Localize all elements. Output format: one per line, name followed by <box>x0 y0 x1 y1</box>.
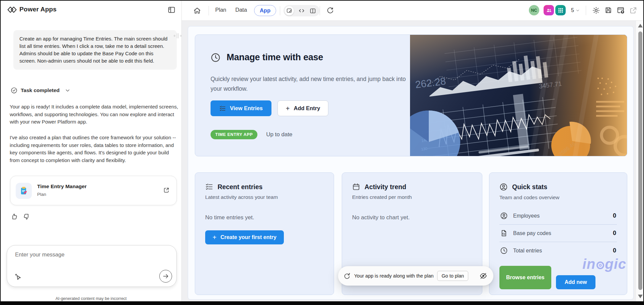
app-type-badge: TIME ENTRY APP <box>211 130 257 139</box>
ai-disclaimer: AI-generated content may be incorrect <box>1 296 181 301</box>
message-input-placeholder: Enter your message <box>15 251 65 258</box>
person-icon <box>500 212 508 220</box>
go-to-plan-button[interactable]: Go to plan <box>437 271 468 281</box>
split-view-icon[interactable] <box>309 7 316 14</box>
hero-section: 262.28 3457.71 170160150140130120110 <box>195 34 627 156</box>
user-avatar[interactable]: NC <box>529 5 539 15</box>
thumbs-up-icon[interactable] <box>11 213 18 220</box>
add-entry-label: Add Entry <box>294 105 320 111</box>
inogic-watermark: ingic <box>582 256 626 272</box>
code-mode-icon[interactable] <box>298 7 305 14</box>
user-prompt-message: Create an app for managing Time Entries.… <box>13 30 177 70</box>
clock-icon <box>211 53 221 63</box>
plan-artifact-card[interactable]: Time Entry Manager Plan <box>10 176 177 205</box>
card-title: Quick stats <box>512 183 547 191</box>
app-title: Power Apps <box>19 6 57 13</box>
task-status-row[interactable]: Task completed <box>11 87 70 94</box>
app-canvas: 262.28 3457.71 170160150140130120110 <box>182 21 636 301</box>
home-icon[interactable] <box>193 7 201 15</box>
scrollbar-down-button[interactable] <box>638 295 643 298</box>
toolbar-divider <box>586 6 586 15</box>
tab-app[interactable]: App <box>254 5 276 16</box>
app-frame: 262.28 3457.71 170160150140130120110 <box>188 26 634 300</box>
stat-value: 0 <box>613 212 616 219</box>
coauthors-avatar-icon[interactable] <box>544 5 554 15</box>
view-entries-label: View Entries <box>230 105 263 111</box>
create-first-entry-button[interactable]: + Create your first entry <box>205 230 284 244</box>
publish-icon[interactable] <box>617 6 625 14</box>
card-subtitle: Entries created per month <box>352 194 472 200</box>
add-entry-button[interactable]: + Add Entry <box>277 100 329 116</box>
toast-message: Your app is ready along with the plan <box>354 273 433 279</box>
chevron-down-icon <box>65 88 70 93</box>
card-subtitle: Team and codes overview <box>499 195 617 201</box>
app-preview-panel: Plan Data App NC <box>181 1 644 301</box>
sidebar-collapse-icon[interactable] <box>167 6 176 14</box>
versions-count: 5 <box>571 7 574 13</box>
hero-description: Quickly review your latest activity, add… <box>211 74 408 94</box>
view-entries-button[interactable]: View Entries <box>211 100 271 116</box>
apps-avatar-icon[interactable] <box>555 5 566 15</box>
watermark-ring <box>596 261 604 269</box>
vertical-scrollbar[interactable] <box>636 21 644 301</box>
checklist-icon <box>205 183 213 191</box>
watermark-text: in <box>582 256 595 272</box>
panel-resize-handle[interactable] <box>173 33 182 39</box>
stat-value: 0 <box>613 230 616 237</box>
settings-gear-icon[interactable] <box>592 6 600 14</box>
app-window: Power Apps Create an app for managing Ti… <box>0 0 644 305</box>
card-subtitle: Latest activity across your team <box>205 194 324 200</box>
scrollbar-up-button[interactable] <box>638 24 643 27</box>
stat-label: Total entries <box>513 248 542 254</box>
design-mode-icon[interactable] <box>285 6 294 15</box>
toolbar-divider <box>320 6 320 15</box>
stat-row-base-pay-codes: Base pay codes 0 <box>499 225 617 242</box>
dashboard-photo: 262.28 3457.71 170160150140130120110 <box>410 35 627 156</box>
task-status-label: Task completed <box>21 87 60 93</box>
person-circle-icon <box>499 183 508 191</box>
message-input[interactable]: Enter your message <box>7 245 177 287</box>
scrollbar-thumb[interactable] <box>638 31 642 290</box>
plus-icon: + <box>213 235 217 240</box>
stats-list: Employees 0 Base pay codes 0 <box>499 207 617 259</box>
toolbar-divider <box>209 6 209 15</box>
document-code-icon <box>500 229 508 237</box>
tab-data[interactable]: Data <box>235 7 247 13</box>
browse-entries-button[interactable]: Browse entries <box>499 266 551 289</box>
open-external-icon[interactable] <box>163 187 170 194</box>
create-first-entry-label: Create your first entry <box>221 234 276 240</box>
watermark-text: gic <box>605 256 626 272</box>
power-apps-logo-icon <box>7 6 17 14</box>
card-title: Recent entries <box>218 183 262 191</box>
add-new-button[interactable]: Add new <box>556 275 596 289</box>
refresh-sparkle-icon <box>343 273 350 280</box>
stat-label: Base pay codes <box>513 230 551 236</box>
plan-card-title: Time Entry Manager <box>37 183 87 189</box>
plus-icon: + <box>286 106 290 111</box>
assistant-response-paragraph: Your app is ready! It includes a complet… <box>10 103 178 126</box>
plan-clipboard-icon <box>16 183 32 199</box>
versions-dropdown[interactable]: 5 <box>571 7 580 13</box>
thumbs-down-icon[interactable] <box>23 213 30 220</box>
send-button[interactable] <box>159 270 172 283</box>
mode-switcher <box>284 5 320 16</box>
copilot-sidebar: Power Apps Create an app for managing Ti… <box>1 1 181 301</box>
up-to-date-status: Up to date <box>266 131 292 138</box>
hide-toast-icon[interactable] <box>479 272 487 280</box>
card-title: Activity trend <box>365 183 406 191</box>
tab-plan[interactable]: Plan <box>215 7 226 13</box>
recent-entries-card: Recent entries Latest activity across yo… <box>195 172 334 295</box>
window-bottom-border <box>1 301 643 304</box>
toolbar-right-cluster: NC 5 <box>529 5 637 15</box>
share-icon[interactable] <box>629 6 637 14</box>
stat-label: Employees <box>513 213 540 219</box>
stat-value: 0 <box>613 247 616 254</box>
refresh-icon[interactable] <box>326 7 334 14</box>
clock-icon <box>500 247 508 254</box>
smart-cursor-icon[interactable] <box>14 273 22 281</box>
feedback-row <box>11 213 30 220</box>
sidebar-header: Power Apps <box>1 1 181 20</box>
hero-title: Manage time with ease <box>227 52 323 63</box>
assistant-response-paragraph: I've also created a plan that outlines t… <box>10 134 178 164</box>
save-icon[interactable] <box>605 6 612 14</box>
